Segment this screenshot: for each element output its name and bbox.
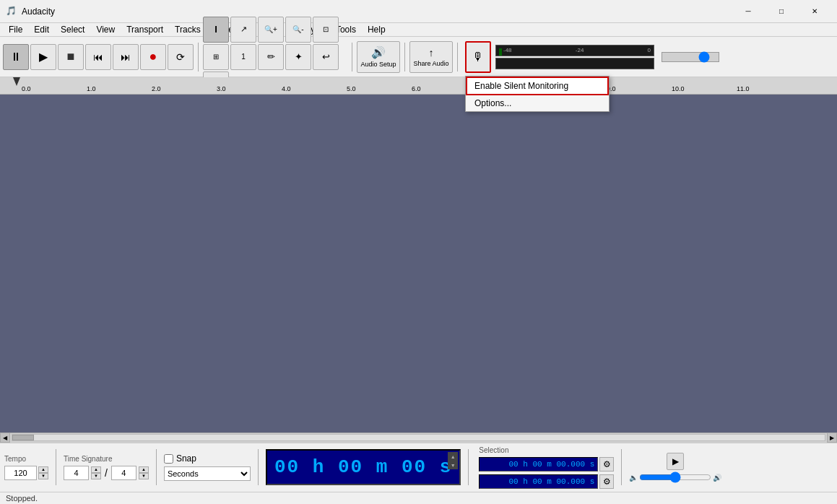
- menu-help[interactable]: Help: [362, 23, 391, 36]
- time-sig-den-down[interactable]: ▼: [139, 473, 149, 479]
- multi-tool[interactable]: ✦: [285, 44, 311, 70]
- ruler-mark-11: 11.0: [737, 85, 750, 92]
- snap-select[interactable]: Seconds: [164, 466, 251, 481]
- sel-end-gear-button[interactable]: ⚙: [599, 474, 614, 489]
- tempo-label: Tempo: [4, 455, 48, 463]
- snap-checkbox[interactable]: [164, 454, 173, 464]
- zoom-fit-tool[interactable]: ⊞: [203, 44, 229, 70]
- time-display: 00 h 00 m 00 s ▲ ▼: [266, 449, 461, 485]
- app-title: Audacity: [22, 6, 732, 17]
- window-controls: ─ □ ✕: [732, 0, 831, 23]
- options-label: Options...: [474, 98, 511, 108]
- status-text: Stopped.: [6, 494, 38, 503]
- enable-silent-monitoring-item[interactable]: Enable Silent Monitoring: [466, 77, 609, 95]
- mic-button[interactable]: 🎙: [465, 41, 491, 73]
- separator-4: [457, 43, 458, 71]
- ruler-mark-2: 2.0: [152, 85, 161, 92]
- audio-setup-icon: 🔊: [371, 45, 386, 59]
- undo-button[interactable]: ↩: [313, 44, 339, 70]
- stop-button[interactable]: ■: [58, 44, 84, 70]
- bottom-toolbar: Tempo 120 ▲ ▼ Time Signature 4 ▲ ▼ / 4: [0, 443, 837, 492]
- tempo-section: Tempo 120 ▲ ▼: [4, 455, 48, 480]
- menu-transport[interactable]: Transport: [121, 23, 169, 36]
- gain-slider-area: [662, 52, 719, 62]
- separator-3: [404, 43, 405, 71]
- playback-bottom-controls: ▶ 🔈 🔊: [629, 453, 721, 482]
- audio-setup-label: Audio Setup: [360, 61, 396, 68]
- meter-label-24: -24: [576, 47, 584, 53]
- tempo-down-button[interactable]: ▼: [38, 473, 48, 479]
- status-bar: Stopped.: [0, 492, 837, 504]
- sel-end-input[interactable]: 00 h 00 m 00.000 s: [479, 474, 598, 489]
- transport-controls: ⏸ ▶ ■ ⏮ ⏭ ● ⟳: [3, 44, 194, 70]
- separator-2: [352, 43, 352, 71]
- volume-slider[interactable]: [639, 473, 711, 482]
- menu-select[interactable]: Select: [55, 23, 90, 36]
- tempo-spinner-buttons: ▲ ▼: [38, 466, 48, 479]
- play-button[interactable]: ▶: [30, 44, 56, 70]
- skip-end-button[interactable]: ⏭: [113, 44, 139, 70]
- select-tool[interactable]: I: [203, 17, 229, 43]
- time-sig-num-up[interactable]: ▲: [91, 466, 101, 473]
- share-audio-button[interactable]: ↑ Share Audio: [409, 41, 453, 73]
- time-sig-row: 4 ▲ ▼ / 4 ▲ ▼: [64, 466, 149, 480]
- audio-setup-button[interactable]: 🔊 Audio Setup: [357, 41, 400, 73]
- selection-area: Selection 00 h 00 m 00.000 s ⚙ 00 h 00 m…: [479, 446, 614, 489]
- meter-label-48: -48: [503, 47, 512, 53]
- separator-tempo: [56, 449, 56, 485]
- zoom-1-tool[interactable]: 1: [230, 44, 256, 70]
- vol-min-icon: 🔈: [629, 474, 638, 482]
- time-display-down[interactable]: ▼: [448, 461, 458, 469]
- loop-button[interactable]: ⟳: [168, 44, 194, 70]
- playhead[interactable]: [13, 77, 20, 86]
- titlebar: 🎵 Audacity ─ □ ✕: [0, 0, 837, 23]
- pencil-tool[interactable]: ✏: [258, 44, 284, 70]
- playback-play-button[interactable]: ▶: [667, 453, 684, 470]
- scroll-right-button[interactable]: ▶: [827, 433, 837, 443]
- gain-slider[interactable]: [662, 52, 719, 62]
- volume-slider-area: 🔈 🔊: [629, 473, 721, 482]
- envelope-tool[interactable]: ↗: [230, 17, 256, 43]
- snap-section: Snap Seconds: [164, 453, 251, 481]
- zoom-out-tool[interactable]: 🔍-: [285, 17, 311, 43]
- snap-label[interactable]: Snap: [176, 453, 196, 464]
- time-sig-separator: /: [105, 467, 108, 479]
- time-sig-den-input[interactable]: 4: [111, 466, 136, 480]
- separator-1: [198, 43, 199, 71]
- toolbar-area: ⏸ ▶ ■ ⏮ ⏭ ● ⟳ I ↗ 🔍+ 🔍- ⊡ ⊞ 1 ✏ ✦ ↩ ↪ 🔊: [0, 37, 837, 77]
- vol-max-icon: 🔊: [713, 474, 721, 482]
- time-sig-section: Time Signature 4 ▲ ▼ / 4 ▲ ▼: [64, 455, 149, 480]
- tempo-spinner: 120 ▲ ▼: [4, 466, 48, 480]
- time-sig-label: Time Signature: [64, 455, 149, 463]
- menu-edit[interactable]: Edit: [28, 23, 55, 36]
- time-sig-num-down[interactable]: ▼: [91, 473, 101, 479]
- horizontal-scrollbar: ◀ ▶: [0, 433, 837, 443]
- main-track-area[interactable]: [0, 95, 837, 433]
- scroll-track[interactable]: [12, 434, 825, 441]
- tempo-input[interactable]: 120: [4, 466, 37, 480]
- time-sig-den-up[interactable]: ▲: [139, 466, 149, 473]
- menu-tracks[interactable]: Tracks: [169, 23, 207, 36]
- meter-label-0: 0: [648, 47, 651, 53]
- tempo-up-button[interactable]: ▲: [38, 466, 48, 473]
- sel-start-input[interactable]: 00 h 00 m 00.000 s: [479, 457, 598, 472]
- menu-view[interactable]: View: [90, 23, 121, 36]
- context-menu: Enable Silent Monitoring Options...: [465, 76, 610, 112]
- minimize-button[interactable]: ─: [732, 0, 765, 23]
- zoom-sel-tool[interactable]: ⊡: [313, 17, 339, 43]
- record-button[interactable]: ●: [140, 44, 166, 70]
- menu-file[interactable]: File: [3, 23, 28, 36]
- time-sig-num-input[interactable]: 4: [64, 466, 89, 480]
- sel-gear-button[interactable]: ⚙: [599, 457, 614, 472]
- time-display-up[interactable]: ▲: [448, 452, 458, 461]
- separator-time: [468, 449, 469, 485]
- maximize-button[interactable]: □: [765, 0, 798, 23]
- zoom-in-tool[interactable]: 🔍+: [258, 17, 284, 43]
- options-item[interactable]: Options...: [466, 95, 609, 111]
- skip-start-button[interactable]: ⏮: [85, 44, 111, 70]
- pause-button[interactable]: ⏸: [3, 44, 29, 70]
- ruler-mark-4: 4.0: [282, 85, 291, 92]
- scroll-left-button[interactable]: ◀: [0, 433, 10, 443]
- ruler-mark-3: 3.0: [217, 85, 226, 92]
- close-button[interactable]: ✕: [798, 0, 831, 23]
